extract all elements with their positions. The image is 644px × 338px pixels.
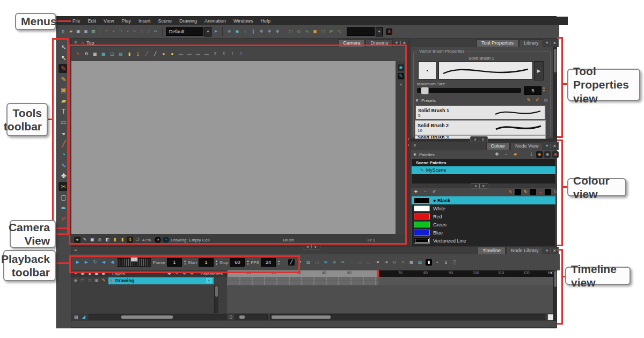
side-view-icon[interactable]: ⊺ xyxy=(238,51,244,57)
collapse-up-icon[interactable]: ∧ xyxy=(474,184,477,188)
pencil-tool-icon[interactable]: ✎ xyxy=(58,75,69,84)
add-view-icon[interactable]: + xyxy=(395,40,398,46)
polyline-tool-icon[interactable]: ∿ xyxy=(58,160,69,170)
white-square-icon[interactable]: ■ xyxy=(100,270,107,277)
colour-row-blue[interactable]: Blue xyxy=(412,229,555,237)
draw-behind-icon[interactable]: ╱ xyxy=(143,51,150,57)
tab-drawing[interactable]: Drawing xyxy=(365,39,393,47)
menu-view[interactable]: View xyxy=(100,17,118,25)
pencil-colour-chip[interactable] xyxy=(530,189,536,195)
onion-prev-icon[interactable]: ▬ xyxy=(178,51,184,57)
lock-transform-icon[interactable]: ▮ xyxy=(112,237,118,243)
eraser-tool-icon[interactable]: ▰ xyxy=(58,96,69,105)
add-drawing-layer-icon[interactable]: + xyxy=(206,278,212,283)
add-palette-icon[interactable]: ✚ xyxy=(494,151,500,158)
redo-dropdown-icon[interactable]: ▾ xyxy=(125,28,131,35)
add-keyframe-icon[interactable]: ⊕ xyxy=(323,259,329,266)
preset-row-solid-brush-1[interactable]: Solid Brush 15 xyxy=(415,105,546,120)
bbox-selection-icon[interactable]: ▣ xyxy=(312,28,318,35)
outline-mode-icon[interactable]: ▤ xyxy=(118,51,124,57)
ease-out-icon[interactable]: ⇥ xyxy=(383,259,389,266)
contour-editor-tool-icon[interactable]: ✒ xyxy=(58,203,69,212)
add-composite-icon[interactable]: ❖ xyxy=(189,270,195,277)
translate-icon[interactable]: ✛ xyxy=(226,28,232,35)
edit-palette-icon[interactable]: ▰ xyxy=(512,151,518,158)
outline-locked-icon[interactable]: ▢ xyxy=(320,28,326,35)
brush-colour-chip[interactable] xyxy=(515,189,521,195)
undo-dropdown-icon[interactable]: ▾ xyxy=(111,28,117,35)
tool-properties-scrollbar[interactable] xyxy=(553,47,557,138)
pencil-colour-icon[interactable]: ✎ xyxy=(522,189,529,195)
fps-spinner[interactable]: ▲▼ xyxy=(277,260,280,266)
onion-prev2-icon[interactable]: ▬ xyxy=(195,51,201,57)
max-size-value[interactable]: 5 xyxy=(524,86,541,95)
rectangle-tool-icon[interactable]: ▭ xyxy=(58,117,69,127)
mini-icon[interactable]: ▪ xyxy=(434,259,441,266)
layer-eye-icon[interactable]: ◉ xyxy=(72,277,79,284)
toggle-transparency-icon[interactable]: ▨ xyxy=(305,259,312,266)
playback-range-icon[interactable]: ◔ xyxy=(163,237,169,243)
playhead[interactable] xyxy=(227,270,228,284)
menu-edit[interactable]: Edit xyxy=(84,17,100,25)
panel-menu-icon[interactable]: ≡ xyxy=(72,40,79,46)
colour-row-black[interactable]: ● Black xyxy=(412,196,555,204)
brush-colour-icon[interactable]: ✎ xyxy=(507,189,514,195)
collapse-up-icon[interactable]: ∧ xyxy=(306,245,309,249)
max-size-slider[interactable] xyxy=(417,88,521,93)
menu-help[interactable]: Help xyxy=(257,17,275,25)
stop-spinner[interactable]: ▲▼ xyxy=(246,260,249,266)
onion-column-icon[interactable]: ▣ xyxy=(93,270,100,277)
status-bulb-icon[interactable]: ● xyxy=(74,237,80,243)
palettes-collapse-icon[interactable]: ▼ xyxy=(413,152,417,157)
copy-icon[interactable]: ▯ xyxy=(138,28,145,35)
onion-range-icon[interactable]: ▒ xyxy=(451,259,458,266)
delete-layer-icon[interactable]: − xyxy=(174,270,180,277)
ease-in-icon[interactable]: ⇥ xyxy=(374,259,380,266)
close-view-icon[interactable]: × xyxy=(403,40,406,46)
cutter-tool-icon[interactable]: ✂ xyxy=(58,182,69,191)
add-view-icon[interactable]: + xyxy=(545,40,548,46)
tool-preset-dropdown-arrow[interactable]: ▾ xyxy=(204,27,211,36)
lock-flat-icon[interactable]: ▮ xyxy=(119,237,126,243)
pencil-check-icon[interactable]: ✎ xyxy=(82,237,88,243)
sound-waveform-icon[interactable]: ◢ xyxy=(80,314,87,320)
open-scene-icon[interactable]: ▰ xyxy=(68,28,74,35)
tab-camera[interactable]: Camera xyxy=(338,39,365,47)
camera-view-mode-icon[interactable]: ◉ xyxy=(398,64,404,71)
hide-strip-icon[interactable]: ▾ xyxy=(398,82,404,88)
timeline-zoom-slider[interactable] xyxy=(235,314,268,320)
gallery-icon[interactable]: ▢ xyxy=(314,259,320,266)
add-view-icon[interactable]: + xyxy=(545,248,548,253)
scale-icon[interactable]: ○ xyxy=(242,28,248,35)
tab-timeline[interactable]: Timeline xyxy=(478,247,506,254)
onion-next-icon[interactable]: ▬ xyxy=(186,51,193,57)
bulb-icon[interactable]: ● xyxy=(160,51,167,57)
corner-resize-handle[interactable] xyxy=(547,314,553,320)
repaint-brush-tool-icon[interactable]: ✐ xyxy=(58,214,69,223)
layer-colour-icon[interactable]: ✎ xyxy=(100,277,107,284)
max-size-spinner[interactable]: ▲▼ xyxy=(543,86,545,92)
top-view-icon[interactable]: ⊺ xyxy=(229,51,236,57)
layer-bar-drawing[interactable]: ❀ Drawing + xyxy=(108,277,214,284)
brush-tool-icon[interactable]: ✎ xyxy=(58,64,69,73)
camera-collapse-widget[interactable]: ∧∨ xyxy=(303,244,320,249)
collapse-down-icon[interactable]: ∨ xyxy=(482,184,485,188)
fps-input[interactable]: 24 xyxy=(261,258,276,267)
frame-input[interactable]: 1 xyxy=(167,258,182,267)
update-brush-preset-icon[interactable]: ✐ xyxy=(534,97,540,104)
menu-windows[interactable]: Windows xyxy=(230,17,257,25)
layer-row[interactable]: ◉▢▯▣✎ ❀ Drawing + xyxy=(71,277,227,284)
edit-colour-icon[interactable]: ✐ xyxy=(431,189,437,195)
rename-drawing-icon[interactable]: ✑ xyxy=(152,28,159,35)
text-tool-icon[interactable]: T xyxy=(58,107,69,116)
hand-tool-icon[interactable]: ✥ xyxy=(58,171,69,180)
start-input[interactable]: 1 xyxy=(199,258,214,267)
tab-node-view[interactable]: Node View xyxy=(510,142,543,150)
add-peg-icon[interactable]: ❖ xyxy=(181,270,188,277)
data-view-icon[interactable]: ▦ xyxy=(408,259,415,266)
remove-colour-icon[interactable]: − xyxy=(422,189,428,195)
close-view-icon[interactable]: × xyxy=(553,248,556,253)
stop-motion-keyframe-icon[interactable]: ⋯ xyxy=(348,259,355,266)
colour-wheel-icon[interactable]: ◉ xyxy=(552,151,559,158)
preset-row-solid-brush-2[interactable]: Solid Brush 210 xyxy=(415,120,546,135)
